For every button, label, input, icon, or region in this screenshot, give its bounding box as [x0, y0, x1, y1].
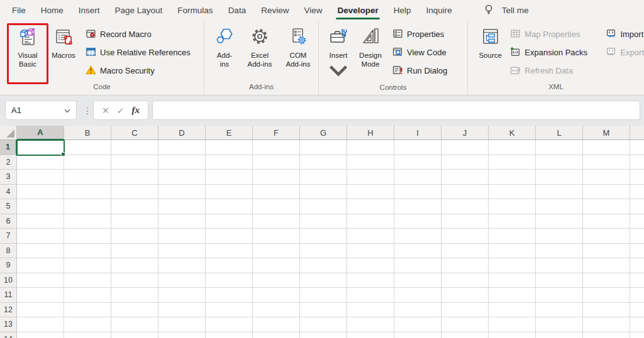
cell-F6[interactable] — [253, 214, 300, 229]
insert-control-button[interactable]: Insert — [324, 23, 353, 84]
cell-F14[interactable] — [253, 332, 300, 338]
cell-G4[interactable] — [300, 185, 347, 200]
cell-A10[interactable] — [17, 273, 64, 288]
cell-E7[interactable] — [206, 229, 253, 244]
cell-I10[interactable] — [394, 273, 441, 288]
menu-tab-view[interactable]: View — [296, 0, 330, 21]
cell-B13[interactable] — [64, 317, 111, 332]
row-header-4[interactable]: 4 — [0, 185, 17, 200]
cell-B10[interactable] — [64, 273, 111, 288]
cell-F13[interactable] — [253, 317, 300, 332]
cell-K2[interactable] — [489, 155, 536, 170]
cell-M14[interactable] — [583, 332, 630, 338]
cell-J13[interactable] — [441, 317, 489, 332]
name-box-chevron-icon[interactable] — [64, 106, 70, 115]
cell-E6[interactable] — [206, 214, 253, 229]
cell-J4[interactable] — [441, 185, 489, 200]
cell-L9[interactable] — [536, 258, 583, 273]
cell-M6[interactable] — [583, 214, 630, 229]
record-macro-button[interactable]: Record Macro — [86, 28, 191, 40]
cell-I13[interactable] — [394, 317, 441, 332]
cell-F4[interactable] — [253, 185, 300, 200]
cell-C8[interactable] — [111, 244, 158, 259]
cell-G2[interactable] — [300, 155, 347, 170]
row-header-6[interactable]: 6 — [0, 214, 17, 229]
menu-tab-inquire[interactable]: Inquire — [419, 0, 460, 21]
cell-D14[interactable] — [158, 332, 206, 338]
cell-partial-7[interactable] — [630, 229, 644, 244]
cell-A7[interactable] — [17, 229, 64, 244]
cell-D9[interactable] — [158, 258, 206, 273]
menu-tab-formulas[interactable]: Formulas — [170, 0, 220, 21]
cell-D1[interactable] — [158, 140, 206, 155]
menu-tab-developer[interactable]: Developer — [330, 0, 386, 21]
cell-L14[interactable] — [536, 332, 583, 338]
cell-D2[interactable] — [158, 155, 206, 170]
cell-D10[interactable] — [158, 273, 206, 288]
cell-J3[interactable] — [441, 170, 489, 185]
cell-A12[interactable] — [17, 303, 64, 318]
column-header-K[interactable]: K — [489, 126, 536, 140]
cell-M12[interactable] — [583, 303, 630, 318]
cell-A4[interactable] — [17, 185, 64, 200]
cell-H11[interactable] — [347, 288, 394, 303]
cell-A11[interactable] — [17, 288, 64, 303]
cell-F10[interactable] — [253, 273, 300, 288]
cell-L8[interactable] — [536, 244, 583, 259]
row-header-5[interactable]: 5 — [0, 199, 17, 214]
cell-J10[interactable] — [441, 273, 489, 288]
cell-D12[interactable] — [158, 303, 206, 318]
cell-G6[interactable] — [300, 214, 347, 229]
menu-tab-file[interactable]: File — [4, 0, 33, 21]
cell-C10[interactable] — [111, 273, 158, 288]
cell-L2[interactable] — [536, 155, 583, 170]
cell-H8[interactable] — [347, 244, 394, 259]
menu-tab-data[interactable]: Data — [221, 0, 254, 21]
column-header-partial[interactable] — [630, 126, 644, 140]
cell-J12[interactable] — [441, 303, 489, 318]
cell-C2[interactable] — [111, 155, 158, 170]
cell-H1[interactable] — [347, 140, 394, 155]
column-header-B[interactable]: B — [64, 126, 111, 140]
cell-D6[interactable] — [158, 214, 206, 229]
cell-K11[interactable] — [489, 288, 536, 303]
cell-K1[interactable] — [489, 140, 536, 155]
row-header-12[interactable]: 12 — [0, 303, 17, 318]
cell-I12[interactable] — [394, 303, 441, 318]
insert-function-icon[interactable]: fx — [131, 105, 140, 116]
cell-partial-11[interactable] — [630, 288, 644, 303]
cell-E13[interactable] — [206, 317, 253, 332]
cell-I11[interactable] — [394, 288, 441, 303]
cell-E1[interactable] — [206, 140, 253, 155]
cell-M11[interactable] — [583, 288, 630, 303]
cell-partial-6[interactable] — [630, 214, 644, 229]
source-button[interactable]: Source — [474, 23, 506, 60]
fill-handle[interactable] — [61, 152, 65, 156]
cell-F9[interactable] — [253, 258, 300, 273]
cell-J7[interactable] — [441, 229, 489, 244]
select-all-button[interactable] — [0, 126, 17, 140]
row-header-2[interactable]: 2 — [0, 155, 17, 170]
cell-C13[interactable] — [111, 317, 158, 332]
cell-G7[interactable] — [300, 229, 347, 244]
properties-button[interactable]: Properties — [392, 28, 447, 40]
column-header-J[interactable]: J — [441, 126, 489, 140]
cell-K13[interactable] — [489, 317, 536, 332]
cell-K5[interactable] — [489, 199, 536, 214]
cell-A2[interactable] — [17, 155, 64, 170]
cell-E4[interactable] — [206, 185, 253, 200]
cell-M8[interactable] — [583, 244, 630, 259]
cell-partial-9[interactable] — [630, 258, 644, 273]
cell-E10[interactable] — [206, 273, 253, 288]
formula-bar-grip[interactable]: ⋮ — [83, 101, 92, 120]
cell-H2[interactable] — [347, 155, 394, 170]
cell-I5[interactable] — [394, 199, 441, 214]
cell-I14[interactable] — [394, 332, 441, 338]
cell-K4[interactable] — [489, 185, 536, 200]
row-header-8[interactable]: 8 — [0, 244, 17, 259]
cell-F7[interactable] — [253, 229, 300, 244]
cell-L6[interactable] — [536, 214, 583, 229]
cell-A14[interactable] — [17, 332, 64, 338]
column-header-F[interactable]: F — [253, 126, 300, 140]
cell-H9[interactable] — [347, 258, 394, 273]
